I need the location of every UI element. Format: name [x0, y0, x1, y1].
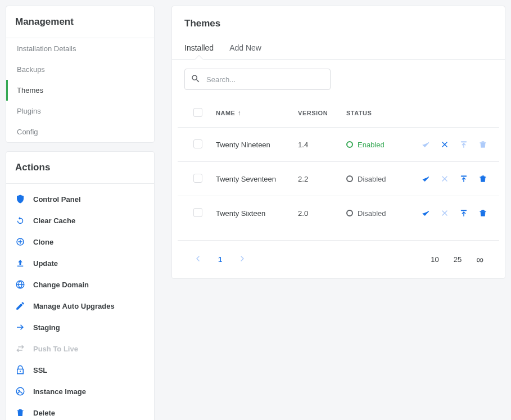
- search-box[interactable]: [184, 69, 331, 90]
- action-clear-cache[interactable]: Clear Cache: [6, 210, 154, 231]
- trash-icon: [15, 408, 25, 418]
- status-ring-icon: [346, 175, 353, 182]
- enable-button[interactable]: [416, 206, 435, 220]
- svg-point-2: [18, 390, 20, 391]
- action-label: Instance Image: [33, 387, 86, 396]
- shield-icon: [15, 194, 25, 204]
- action-label: Control Panel: [33, 195, 81, 204]
- theme-name: Twenty Seventeen: [209, 162, 291, 196]
- col-version[interactable]: Version: [291, 99, 340, 128]
- row-checkbox[interactable]: [193, 208, 202, 217]
- action-push-to-live: Push To Live: [6, 338, 154, 359]
- action-control-panel[interactable]: Control Panel: [6, 188, 154, 210]
- svg-point-1: [16, 387, 24, 395]
- disable-button[interactable]: [435, 206, 454, 220]
- action-label: SSL: [33, 366, 47, 374]
- col-name[interactable]: Name↑: [209, 99, 291, 128]
- status-text: Disabled: [358, 209, 386, 218]
- actions-card: Actions Control PanelClear CacheCloneUpd…: [6, 151, 155, 420]
- theme-name: Twenty Nineteen: [209, 128, 291, 162]
- action-ssl[interactable]: SSL: [6, 359, 154, 381]
- search-input[interactable]: [206, 75, 324, 84]
- disable-button[interactable]: [435, 138, 454, 151]
- delete-button[interactable]: [473, 206, 492, 220]
- delete-button[interactable]: [473, 138, 492, 151]
- sidebar-item-label: Config: [17, 128, 38, 136]
- enable-button[interactable]: [416, 138, 435, 151]
- action-manage-auto-upgrades[interactable]: Manage Auto Upgrades: [6, 295, 154, 317]
- action-instance-image[interactable]: Instance Image: [6, 381, 154, 402]
- status-badge: Disabled: [346, 175, 392, 183]
- pagination: 1 10 25 ∞: [178, 240, 499, 278]
- action-label: Clear Cache: [33, 216, 75, 225]
- action-label: Manage Auto Upgrades: [33, 302, 115, 310]
- page-number[interactable]: 1: [218, 255, 222, 264]
- page-title: Themes: [172, 6, 505, 38]
- lock-icon: [15, 365, 25, 375]
- status-badge: Disabled: [346, 209, 392, 218]
- table-row: Twenty Sixteen2.0Disabled: [178, 196, 499, 231]
- sidebar-item-label: Installation Details: [17, 44, 76, 53]
- status-ring-icon: [346, 141, 353, 148]
- status-ring-icon: [346, 210, 353, 216]
- sidebar-item-plugins[interactable]: Plugins: [6, 101, 154, 121]
- search-icon: [191, 74, 201, 85]
- action-clone[interactable]: Clone: [6, 231, 154, 252]
- enable-button[interactable]: [416, 172, 435, 186]
- svg-point-0: [20, 371, 21, 372]
- theme-version: 2.2: [291, 162, 340, 196]
- page-size-25[interactable]: 25: [454, 255, 462, 264]
- theme-version: 2.0: [291, 196, 340, 231]
- update-button[interactable]: [454, 172, 473, 186]
- table-row: Twenty Nineteen1.4Enabled: [178, 128, 499, 162]
- next-page-button[interactable]: [238, 254, 247, 265]
- management-heading: Management: [6, 6, 154, 38]
- select-all-checkbox[interactable]: [193, 108, 202, 117]
- update-button[interactable]: [454, 138, 473, 151]
- actions-heading: Actions: [6, 152, 154, 183]
- status-text: Enabled: [358, 141, 385, 149]
- sidebar-item-themes[interactable]: Themes: [6, 80, 154, 101]
- action-label: Clone: [33, 238, 53, 246]
- row-checkbox[interactable]: [193, 139, 202, 148]
- sidebar-item-config[interactable]: Config: [6, 121, 154, 142]
- delete-button[interactable]: [473, 172, 492, 186]
- prev-page-button[interactable]: [193, 254, 202, 265]
- themes-panel: Themes InstalledAdd New Name↑ Version St…: [171, 6, 505, 279]
- row-checkbox[interactable]: [193, 174, 202, 183]
- action-label: Delete: [33, 409, 55, 417]
- update-button[interactable]: [454, 206, 473, 220]
- clone-icon: [15, 237, 25, 247]
- sync-icon: [15, 344, 25, 354]
- refresh-icon: [15, 215, 25, 225]
- action-label: Change Domain: [33, 281, 89, 289]
- status-text: Disabled: [358, 175, 386, 183]
- action-update[interactable]: Update: [6, 252, 154, 274]
- sidebar-item-label: Backups: [17, 65, 45, 74]
- tab-installed[interactable]: Installed: [184, 38, 214, 59]
- action-change-domain[interactable]: Change Domain: [6, 274, 154, 295]
- action-delete[interactable]: Delete: [6, 402, 154, 420]
- tab-add-new[interactable]: Add New: [229, 38, 261, 59]
- action-label: Push To Live: [33, 345, 78, 353]
- sidebar-item-installation-details[interactable]: Installation Details: [6, 38, 154, 59]
- table-row: Twenty Seventeen2.2Disabled: [178, 162, 499, 196]
- sidebar-item-backups[interactable]: Backups: [6, 59, 154, 80]
- action-label: Staging: [33, 323, 60, 332]
- theme-version: 1.4: [291, 128, 340, 162]
- action-label: Update: [33, 259, 58, 268]
- image-icon: [15, 386, 25, 396]
- status-badge: Enabled: [346, 141, 392, 149]
- sort-asc-icon: ↑: [237, 109, 241, 117]
- page-size-all[interactable]: ∞: [476, 255, 483, 265]
- page-size-10[interactable]: 10: [431, 255, 438, 264]
- upload-icon: [15, 258, 25, 268]
- globe-icon: [15, 279, 25, 290]
- disable-button[interactable]: [435, 172, 454, 186]
- col-status[interactable]: Status: [340, 99, 399, 128]
- action-staging[interactable]: Staging: [6, 317, 154, 338]
- management-card: Management Installation DetailsBackupsTh…: [6, 6, 155, 143]
- pencil-icon: [15, 301, 25, 311]
- themes-table: Name↑ Version Status Twenty Nineteen1.4E…: [178, 99, 499, 230]
- sidebar-item-label: Plugins: [17, 107, 41, 115]
